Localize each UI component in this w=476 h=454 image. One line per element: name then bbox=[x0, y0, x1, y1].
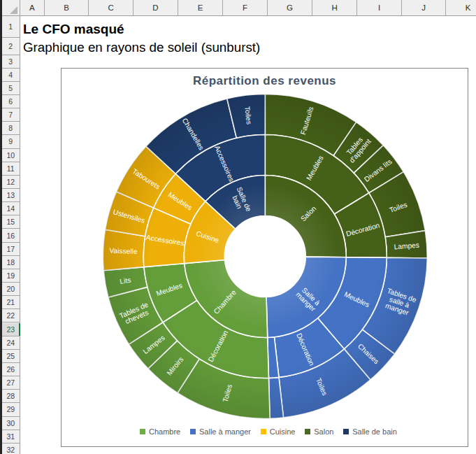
row-header-15[interactable]: 15 bbox=[2, 215, 20, 229]
legend-swatch bbox=[343, 429, 349, 434]
sunburst-plot: FauteuilsTablesd'appointDivans litsMeubl… bbox=[62, 69, 468, 446]
column-header-J[interactable]: J bbox=[402, 0, 446, 15]
column-header-K[interactable]: K bbox=[446, 0, 476, 15]
row-header-11[interactable]: 11 bbox=[2, 162, 20, 176]
legend-item-cuisine[interactable]: Cuisine bbox=[261, 427, 295, 436]
chart-legend: ChambreSalle à mangerCuisineSalonSalle d… bbox=[69, 427, 468, 436]
column-header-A[interactable]: A bbox=[20, 0, 45, 15]
row-header-6[interactable]: 6 bbox=[2, 95, 20, 108]
row-header-31[interactable]: 31 bbox=[2, 430, 20, 444]
row-header-12[interactable]: 12 bbox=[2, 176, 20, 189]
row-header-28[interactable]: 28 bbox=[2, 390, 20, 403]
row-header-25[interactable]: 25 bbox=[2, 350, 20, 363]
legend-item-salon[interactable]: Salon bbox=[305, 427, 333, 436]
row-header-16[interactable]: 16 bbox=[2, 229, 20, 242]
column-header-G[interactable]: G bbox=[268, 0, 312, 15]
legend-swatch bbox=[261, 429, 266, 434]
select-all-corner[interactable] bbox=[2, 0, 20, 15]
cell-A2-text[interactable]: Graphique en rayons de soleil (sunburst) bbox=[23, 40, 260, 55]
row-header-8[interactable]: 8 bbox=[2, 122, 20, 135]
legend-item-salle-à-manger[interactable]: Salle à manger bbox=[190, 427, 251, 436]
row-header-bar: 1234567891011121314151617181920212223242… bbox=[2, 16, 20, 454]
legend-swatch bbox=[140, 429, 145, 434]
row-header-2[interactable]: 2 bbox=[2, 38, 20, 55]
cell-A1-text[interactable]: Le CFO masqué bbox=[23, 22, 124, 37]
row-header-14[interactable]: 14 bbox=[2, 202, 20, 215]
row-header-17[interactable]: 17 bbox=[2, 243, 20, 256]
column-header-E[interactable]: E bbox=[178, 0, 223, 15]
row-header-30[interactable]: 30 bbox=[2, 417, 20, 430]
row-header-26[interactable]: 26 bbox=[2, 363, 20, 376]
legend-label: Salle à manger bbox=[199, 427, 251, 436]
row-header-23[interactable]: 23 bbox=[2, 323, 20, 336]
row-header-1[interactable]: 1 bbox=[2, 16, 20, 38]
column-header-D[interactable]: D bbox=[134, 0, 178, 15]
sunburst-chart-object[interactable]: Répartition des revenus FauteuilsTablesd… bbox=[61, 68, 468, 447]
excel-worksheet: ABCDEFGHIJK 1234567891011121314151617181… bbox=[0, 0, 476, 454]
column-header-bar: ABCDEFGHIJK bbox=[2, 0, 476, 16]
legend-swatch bbox=[190, 429, 196, 434]
row-header-32[interactable]: 32 bbox=[2, 444, 20, 454]
row-header-13[interactable]: 13 bbox=[2, 189, 20, 202]
row-header-10[interactable]: 10 bbox=[2, 149, 20, 162]
legend-label: Salle de bain bbox=[352, 427, 397, 436]
legend-item-salle-de-bain[interactable]: Salle de bain bbox=[343, 427, 396, 436]
column-header-H[interactable]: H bbox=[312, 0, 357, 15]
row-header-4[interactable]: 4 bbox=[2, 69, 20, 82]
row-header-5[interactable]: 5 bbox=[2, 82, 20, 95]
legend-label: Salon bbox=[314, 427, 333, 436]
row-header-7[interactable]: 7 bbox=[2, 108, 20, 122]
row-header-20[interactable]: 20 bbox=[2, 283, 20, 296]
row-header-18[interactable]: 18 bbox=[2, 256, 20, 269]
column-header-C[interactable]: C bbox=[89, 0, 134, 15]
column-header-B[interactable]: B bbox=[45, 0, 89, 15]
row-header-21[interactable]: 21 bbox=[2, 296, 20, 309]
legend-swatch bbox=[305, 429, 310, 434]
select-all-triangle-icon bbox=[10, 6, 17, 14]
row-header-27[interactable]: 27 bbox=[2, 376, 20, 390]
row-header-9[interactable]: 9 bbox=[2, 135, 20, 148]
legend-label: Chambre bbox=[149, 427, 180, 436]
row-header-29[interactable]: 29 bbox=[2, 403, 20, 416]
column-header-F[interactable]: F bbox=[223, 0, 268, 15]
row-header-19[interactable]: 19 bbox=[2, 269, 20, 283]
row-header-3[interactable]: 3 bbox=[2, 55, 20, 69]
row-header-22[interactable]: 22 bbox=[2, 309, 20, 322]
slice-label-vaisselle: Vaisselle bbox=[109, 246, 138, 255]
depth-shading-overlay bbox=[103, 94, 427, 419]
legend-item-chambre[interactable]: Chambre bbox=[140, 427, 180, 436]
legend-label: Cuisine bbox=[270, 427, 296, 436]
row-header-24[interactable]: 24 bbox=[2, 336, 20, 350]
column-header-I[interactable]: I bbox=[357, 0, 402, 15]
